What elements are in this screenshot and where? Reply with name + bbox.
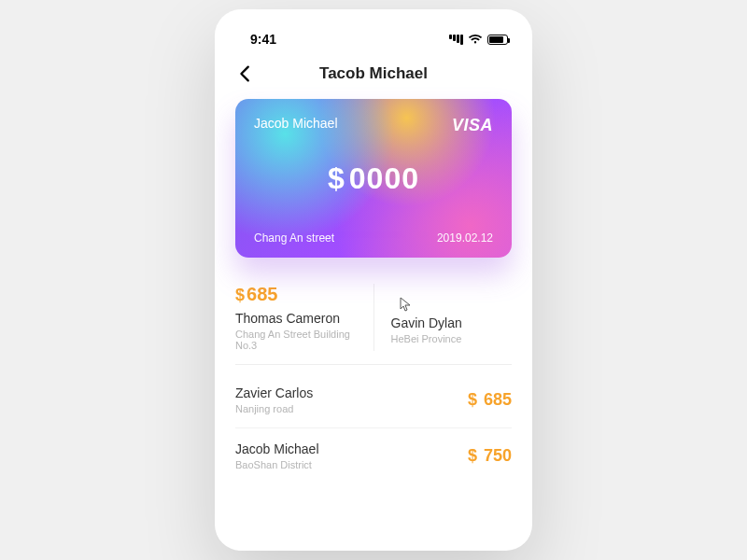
featured-amount: $685 — [235, 284, 357, 305]
wifi-icon — [468, 34, 483, 45]
featured-transaction[interactable]: $685 Thomas Cameron Chang An Street Buil… — [235, 284, 512, 365]
currency-symbol: $ — [328, 161, 345, 196]
transaction-row[interactable]: Jacob Michael BaoShan District $ 750 — [235, 428, 512, 483]
transaction-name: Zavier Carlos — [235, 385, 313, 400]
transaction-name: Jacob Michael — [235, 441, 319, 456]
status-time: 9:41 — [250, 32, 276, 47]
transaction-list: $685 Thomas Cameron Chang An Street Buil… — [235, 284, 512, 483]
card-address: Chang An street — [254, 231, 334, 245]
credit-card[interactable]: Jacob Michael VISA $ 0000 Chang An stree… — [235, 99, 512, 258]
transaction-row[interactable]: Zavier Carlos Nanjing road $ 685 — [235, 372, 512, 428]
page-title: Tacob Michael — [235, 64, 512, 83]
signal-icon — [448, 35, 463, 45]
transaction-sub: Nanjing road — [235, 403, 313, 414]
transaction-sub: BaoShan District — [235, 459, 319, 470]
featured-sender-sub: Chang An Street Building No.3 — [235, 329, 357, 351]
phone-frame: 9:41 Tacob Michael Jacob Michael VISA $ … — [215, 9, 532, 551]
page-header: Tacob Michael — [235, 58, 512, 99]
featured-recipient-name: Gavin Dylan — [391, 315, 513, 330]
featured-sender-name: Thomas Cameron — [235, 311, 357, 326]
status-bar: 9:41 — [235, 26, 512, 58]
transaction-amount: $ 750 — [468, 446, 512, 466]
status-icons — [448, 34, 508, 45]
balance-amount: 0000 — [349, 161, 419, 196]
battery-icon — [487, 35, 508, 45]
transaction-amount: $ 685 — [468, 390, 512, 410]
featured-recipient-sub: HeBei Province — [391, 333, 513, 344]
card-date: 2019.02.12 — [437, 231, 493, 245]
